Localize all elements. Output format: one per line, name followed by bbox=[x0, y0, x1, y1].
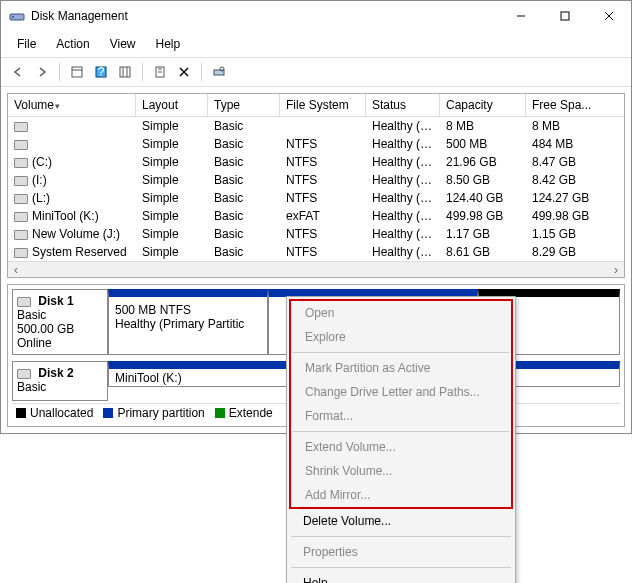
disk-2-header[interactable]: Disk 2 Basic bbox=[12, 361, 108, 401]
titlebar: Disk Management bbox=[1, 1, 631, 31]
cell-status: Healthy (B... bbox=[366, 153, 440, 171]
table-row[interactable]: System ReservedSimpleBasicNTFSHealthy (S… bbox=[8, 243, 624, 261]
legend-unallocated: Unallocated bbox=[16, 406, 93, 420]
show-hide-tree-button[interactable] bbox=[66, 61, 88, 83]
disk-1-size: 500.00 GB bbox=[17, 322, 74, 336]
cell-free: 124.27 GB bbox=[526, 189, 604, 207]
col-volume[interactable]: Volume▾ bbox=[8, 94, 136, 116]
refresh-button[interactable] bbox=[149, 61, 171, 83]
table-row[interactable]: (L:)SimpleBasicNTFSHealthy (P...124.40 G… bbox=[8, 189, 624, 207]
cell-free: 1.15 GB bbox=[526, 225, 604, 243]
cell-type: Basic bbox=[208, 135, 280, 153]
partition-size-label: 500 MB NTFS bbox=[115, 303, 261, 317]
disk-1-name: Disk 1 bbox=[38, 294, 73, 308]
table-row[interactable]: (I:)SimpleBasicNTFSHealthy (L...8.50 GB8… bbox=[8, 171, 624, 189]
cell-volume bbox=[8, 135, 136, 153]
cell-type: Basic bbox=[208, 207, 280, 225]
cell-volume: System Reserved bbox=[8, 243, 136, 261]
ctx-format[interactable]: Format... bbox=[291, 404, 511, 428]
horizontal-scrollbar[interactable]: ‹ › bbox=[8, 261, 624, 277]
forward-button[interactable] bbox=[31, 61, 53, 83]
cell-capacity: 8.50 GB bbox=[440, 171, 526, 189]
toolbar: ? bbox=[1, 57, 631, 87]
cell-fs: NTFS bbox=[280, 225, 366, 243]
cell-free: 8.29 GB bbox=[526, 243, 604, 261]
table-row[interactable]: MiniTool (K:)SimpleBasicexFATHealthy (P.… bbox=[8, 207, 624, 225]
table-row[interactable]: SimpleBasicNTFSHealthy (P...500 MB484 MB bbox=[8, 135, 624, 153]
col-layout[interactable]: Layout bbox=[136, 94, 208, 116]
ctx-mark-active[interactable]: Mark Partition as Active bbox=[291, 356, 511, 380]
cell-free: 499.98 GB bbox=[526, 207, 604, 225]
table-row[interactable]: New Volume (J:)SimpleBasicNTFSHealthy (P… bbox=[8, 225, 624, 243]
menu-help[interactable]: Help bbox=[146, 33, 191, 55]
cell-status: Healthy (P... bbox=[366, 135, 440, 153]
disk-2-type: Basic bbox=[17, 380, 46, 394]
cell-fs: NTFS bbox=[280, 243, 366, 261]
table-row[interactable]: SimpleBasicHealthy (P...8 MB8 MB bbox=[8, 117, 624, 135]
svg-rect-3 bbox=[561, 12, 569, 20]
disk-1-header[interactable]: Disk 1 Basic 500.00 GB Online bbox=[12, 289, 108, 355]
close-button[interactable] bbox=[587, 1, 631, 31]
minimize-button[interactable] bbox=[499, 1, 543, 31]
cell-layout: Simple bbox=[136, 225, 208, 243]
disk-settings-button[interactable] bbox=[208, 61, 230, 83]
volume-icon bbox=[14, 248, 28, 258]
menu-action[interactable]: Action bbox=[46, 33, 99, 55]
col-status[interactable]: Status bbox=[366, 94, 440, 116]
volume-icon bbox=[14, 158, 28, 168]
scroll-left-icon[interactable]: ‹ bbox=[8, 262, 24, 277]
cell-fs: NTFS bbox=[280, 171, 366, 189]
cell-free: 484 MB bbox=[526, 135, 604, 153]
help-button[interactable]: ? bbox=[90, 61, 112, 83]
cell-capacity: 499.98 GB bbox=[440, 207, 526, 225]
col-free[interactable]: Free Spa... bbox=[526, 94, 604, 116]
col-filesystem[interactable]: File System bbox=[280, 94, 366, 116]
menu-view[interactable]: View bbox=[100, 33, 146, 55]
ctx-open[interactable]: Open bbox=[291, 301, 511, 325]
back-button[interactable] bbox=[7, 61, 29, 83]
volume-icon bbox=[14, 122, 28, 132]
cell-type: Basic bbox=[208, 243, 280, 261]
delete-icon[interactable] bbox=[173, 61, 195, 83]
scroll-right-icon[interactable]: › bbox=[608, 262, 624, 277]
volume-icon bbox=[14, 212, 28, 222]
cell-fs: NTFS bbox=[280, 135, 366, 153]
disk-icon bbox=[17, 369, 31, 379]
context-menu: Open Explore Mark Partition as Active Ch… bbox=[286, 296, 516, 434]
window-controls bbox=[499, 1, 631, 31]
cell-capacity: 1.17 GB bbox=[440, 225, 526, 243]
settings-button[interactable] bbox=[114, 61, 136, 83]
cell-status: Healthy (P... bbox=[366, 207, 440, 225]
table-row[interactable]: (C:)SimpleBasicNTFSHealthy (B...21.96 GB… bbox=[8, 153, 624, 171]
cell-volume: MiniTool (K:) bbox=[8, 207, 136, 225]
ctx-explore[interactable]: Explore bbox=[291, 325, 511, 349]
partition-status-label: Healthy (Primary Partitic bbox=[115, 317, 261, 331]
cell-volume bbox=[8, 117, 136, 135]
cell-layout: Simple bbox=[136, 117, 208, 135]
app-icon bbox=[9, 8, 25, 24]
svg-point-1 bbox=[12, 16, 14, 18]
maximize-button[interactable] bbox=[543, 1, 587, 31]
disk-icon bbox=[17, 297, 31, 307]
svg-rect-10 bbox=[120, 67, 130, 77]
cell-layout: Simple bbox=[136, 207, 208, 225]
legend-extended: Extende bbox=[215, 406, 273, 420]
cell-fs: exFAT bbox=[280, 207, 366, 225]
cell-volume: (C:) bbox=[8, 153, 136, 171]
volume-icon bbox=[14, 176, 28, 186]
cell-fs: NTFS bbox=[280, 153, 366, 171]
ctx-change-drive-letter[interactable]: Change Drive Letter and Paths... bbox=[291, 380, 511, 404]
menu-file[interactable]: File bbox=[7, 33, 46, 55]
cell-fs bbox=[280, 117, 366, 135]
cell-free: 8.47 GB bbox=[526, 153, 604, 171]
cell-type: Basic bbox=[208, 225, 280, 243]
cell-capacity: 124.40 GB bbox=[440, 189, 526, 207]
col-type[interactable]: Type bbox=[208, 94, 280, 116]
volume-rows: SimpleBasicHealthy (P...8 MB8 MBSimpleBa… bbox=[8, 117, 624, 261]
cell-layout: Simple bbox=[136, 153, 208, 171]
col-capacity[interactable]: Capacity bbox=[440, 94, 526, 116]
cell-status: Healthy (P... bbox=[366, 189, 440, 207]
disk-1-partition-1[interactable]: 500 MB NTFS Healthy (Primary Partitic bbox=[108, 289, 268, 355]
cell-volume: New Volume (J:) bbox=[8, 225, 136, 243]
cell-capacity: 21.96 GB bbox=[440, 153, 526, 171]
